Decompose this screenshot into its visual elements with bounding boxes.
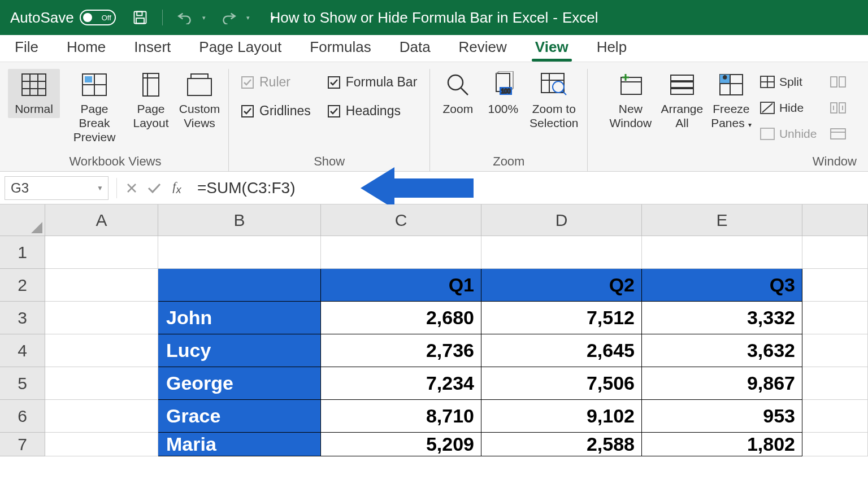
autosave-toggle[interactable]: AutoSave Off: [10, 9, 116, 27]
cell-D1[interactable]: [481, 236, 642, 269]
redo-icon[interactable]: [219, 8, 238, 27]
page-break-preview-button[interactable]: Page Break Preview: [63, 69, 125, 147]
col-header-D[interactable]: D: [481, 204, 642, 236]
formula-input[interactable]: =SUM(C3:F3): [188, 176, 868, 200]
svg-rect-31: [671, 75, 693, 81]
cell-E3[interactable]: 3,332: [642, 302, 802, 334]
cell-F3[interactable]: [802, 302, 868, 334]
row-header-3[interactable]: 3: [0, 302, 45, 334]
cell-F4[interactable]: [802, 334, 868, 367]
row-header-5[interactable]: 5: [0, 367, 45, 400]
normal-view-button[interactable]: Normal: [8, 69, 60, 118]
zoom-100-button[interactable]: 100 100%: [483, 69, 523, 118]
tab-help[interactable]: Help: [593, 35, 630, 62]
freeze-panes-button[interactable]: * Freeze Panes ▾: [709, 69, 753, 132]
new-window-button[interactable]: New Window: [606, 69, 655, 132]
cell-B4[interactable]: Lucy: [158, 334, 321, 367]
enter-formula-icon[interactable]: [143, 177, 166, 199]
cell-C1[interactable]: [321, 236, 481, 269]
headings-checkbox[interactable]: Headings: [328, 103, 418, 119]
col-header-F[interactable]: [802, 204, 868, 236]
formula-bar-checkbox[interactable]: Formula Bar: [328, 75, 418, 90]
name-box[interactable]: G3 ▼: [5, 176, 108, 200]
undo-dropdown-icon[interactable]: ▾: [199, 8, 209, 27]
cell-C7[interactable]: 5,209: [321, 433, 481, 456]
cell-B1[interactable]: [158, 236, 321, 269]
cancel-formula-icon[interactable]: [120, 177, 143, 199]
col-header-C[interactable]: C: [321, 204, 481, 236]
cell-E5[interactable]: 9,867: [642, 367, 802, 400]
cell-B2[interactable]: [158, 269, 321, 302]
cell-C3[interactable]: 2,680: [321, 302, 481, 334]
zoom-button[interactable]: Zoom: [436, 69, 480, 118]
split-button[interactable]: Split: [760, 71, 817, 93]
tab-formulas[interactable]: Formulas: [306, 35, 374, 62]
cell-F1[interactable]: [802, 236, 868, 269]
insert-function-button[interactable]: fx: [166, 177, 188, 199]
custom-views-button[interactable]: Custom Views: [176, 69, 223, 132]
cell-C5[interactable]: 7,234: [321, 367, 481, 400]
tab-insert[interactable]: Insert: [131, 35, 174, 62]
col-header-A[interactable]: A: [45, 204, 158, 236]
autosave-switch[interactable]: Off: [80, 10, 116, 25]
select-all-corner[interactable]: [0, 204, 45, 236]
sync-scroll-icon[interactable]: [830, 97, 846, 119]
col-header-E[interactable]: E: [642, 204, 802, 236]
cell-A2[interactable]: [45, 269, 158, 302]
save-icon[interactable]: [131, 8, 150, 27]
svg-rect-45: [831, 77, 837, 87]
cell-B5[interactable]: George: [158, 367, 321, 400]
cell-A1[interactable]: [45, 236, 158, 269]
cell-D2[interactable]: Q2: [481, 269, 642, 302]
tab-home[interactable]: Home: [63, 35, 109, 62]
tab-page-layout[interactable]: Page Layout: [196, 35, 285, 62]
cell-D3[interactable]: 7,512: [481, 302, 642, 334]
cell-F2[interactable]: [802, 269, 868, 302]
cell-A6[interactable]: [45, 400, 158, 433]
row-header-7[interactable]: 7: [0, 433, 45, 456]
cell-D7[interactable]: 2,588: [481, 433, 642, 456]
cell-B7[interactable]: Maria: [158, 433, 321, 456]
zoom-to-selection-button[interactable]: Zoom to Selection: [526, 69, 581, 132]
cell-F6[interactable]: [802, 400, 868, 433]
cell-E6[interactable]: 953: [642, 400, 802, 433]
cell-C2[interactable]: Q1: [321, 269, 481, 302]
page-layout-button[interactable]: Page Layout: [129, 69, 173, 132]
cell-C6[interactable]: 8,710: [321, 400, 481, 433]
cell-C4[interactable]: 2,736: [321, 334, 481, 367]
undo-icon[interactable]: [175, 8, 194, 27]
cell-A4[interactable]: [45, 334, 158, 367]
col-header-B[interactable]: B: [158, 204, 321, 236]
arrange-all-button[interactable]: Arrange All: [658, 69, 706, 132]
row-header-6[interactable]: 6: [0, 400, 45, 433]
cell-D5[interactable]: 7,506: [481, 367, 642, 400]
row-header-4[interactable]: 4: [0, 334, 45, 367]
cell-E7[interactable]: 1,802: [642, 433, 802, 456]
spreadsheet[interactable]: A B C D E 1 2 Q1 Q2 Q3 3 John: [0, 204, 868, 456]
row-header-2[interactable]: 2: [0, 269, 45, 302]
cell-A5[interactable]: [45, 367, 158, 400]
name-box-dropdown-icon[interactable]: ▼: [97, 184, 103, 192]
tab-review[interactable]: Review: [455, 35, 510, 62]
view-side-by-side-icon[interactable]: [830, 71, 846, 93]
cell-D4[interactable]: 2,645: [481, 334, 642, 367]
cell-A7[interactable]: [45, 433, 158, 456]
row-header-1[interactable]: 1: [0, 236, 45, 269]
tab-view[interactable]: View: [532, 35, 572, 62]
redo-dropdown-icon[interactable]: ▾: [243, 8, 253, 27]
arrange-all-icon: [669, 71, 696, 98]
gridlines-checkbox[interactable]: Gridlines: [241, 103, 311, 119]
cell-F5[interactable]: [802, 367, 868, 400]
cell-E4[interactable]: 3,632: [642, 334, 802, 367]
cell-A3[interactable]: [45, 302, 158, 334]
cell-D6[interactable]: 9,102: [481, 400, 642, 433]
cell-B6[interactable]: Grace: [158, 400, 321, 433]
cell-F7[interactable]: [802, 433, 868, 456]
cell-E1[interactable]: [642, 236, 802, 269]
cell-E2[interactable]: Q3: [642, 269, 802, 302]
tab-file[interactable]: File: [11, 35, 42, 62]
cell-B3[interactable]: John: [158, 302, 321, 334]
reset-window-icon[interactable]: [830, 123, 846, 145]
hide-button[interactable]: Hide: [760, 97, 817, 119]
tab-data[interactable]: Data: [396, 35, 434, 62]
